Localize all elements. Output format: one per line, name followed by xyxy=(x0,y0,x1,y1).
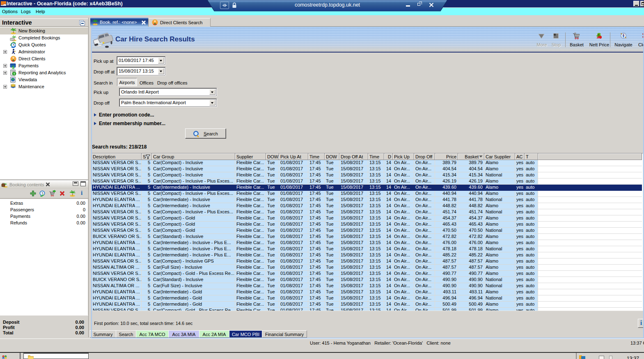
svg-text:$: $ xyxy=(12,65,14,70)
